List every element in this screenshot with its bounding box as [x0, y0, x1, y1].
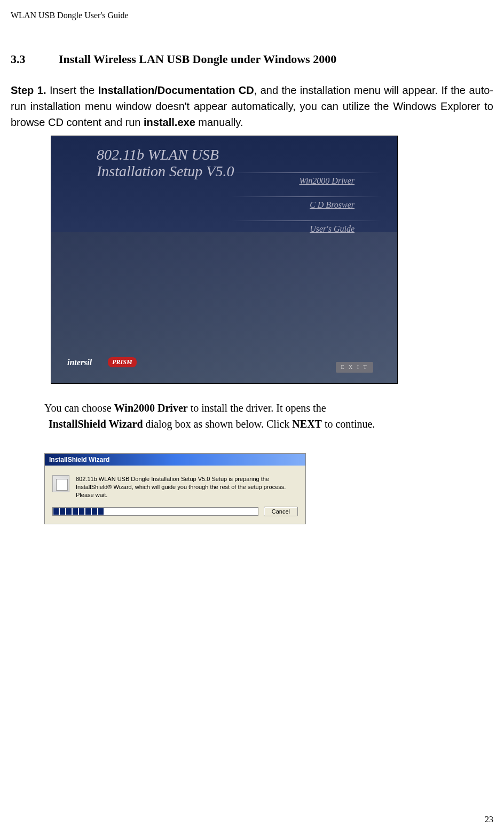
after-line2-bold1: InstallShield Wizard [49, 418, 143, 430]
installer-link-usersguide[interactable]: User's Guide [310, 224, 355, 234]
step-bold-exe: install.exe [144, 116, 195, 128]
section-number: 3.3 [11, 52, 59, 66]
installer-separator [232, 172, 381, 173]
installer-separator [232, 220, 381, 221]
progress-block [66, 508, 72, 515]
after-line1-pre: You can choose [44, 402, 114, 414]
wizard-footer: Cancel [45, 507, 305, 524]
wizard-body: 802.11b WLAN USB Dongle Installation Set… [45, 466, 305, 507]
installer-link-cdbrowser[interactable]: C D Broswer [310, 200, 355, 210]
document-header: WLAN USB Dongle User's Guide [11, 11, 493, 20]
installshield-wizard-dialog: InstallShield Wizard 802.11b WLAN USB Do… [44, 453, 306, 524]
installer-logos: intersil PRISM [67, 357, 137, 367]
progress-block [92, 508, 97, 515]
page-number: 23 [485, 815, 493, 824]
progress-block [53, 508, 59, 515]
step-bold-cd: Installation/Documentation CD [98, 84, 254, 96]
installer-title-line2: Installation Setup V5.0 [97, 163, 234, 179]
after-line1-post: to install the driver. It opens the [188, 402, 326, 414]
after-line2-bold2: NEXT [292, 418, 322, 430]
progress-block [60, 508, 65, 515]
installer-separator [232, 196, 381, 197]
wizard-progress-bar [52, 507, 258, 516]
wizard-body-text: 802.11b WLAN USB Dongle Installation Set… [76, 475, 298, 499]
installer-link-win2000[interactable]: Win2000 Driver [299, 176, 355, 186]
installer-screenshot: 802.11b WLAN USB Installation Setup V5.0… [51, 136, 398, 384]
installer-title-line1: 802.11b WLAN USB [97, 146, 219, 163]
section-heading: 3.3Install Wireless LAN USB Dongle under… [11, 52, 493, 66]
after-line2-post: to continue. [322, 418, 375, 430]
wizard-cancel-button[interactable]: Cancel [264, 507, 298, 516]
after-line1-bold: Win2000 Driver [114, 402, 188, 414]
installer-exit-button[interactable]: E X I T [336, 362, 373, 373]
after-line2-mid: dialog box as shown below. Click [143, 418, 293, 430]
wizard-icon [52, 475, 69, 492]
section-title-text: Install Wireless LAN USB Dongle under Wi… [59, 52, 336, 66]
progress-block [85, 508, 91, 515]
step-text-post: manually. [195, 116, 243, 128]
step-label: Step 1. [11, 84, 46, 96]
step-paragraph: Step 1. Insert the Installation/Document… [11, 82, 493, 130]
installer-title: 802.11b WLAN USB Installation Setup V5.0 [51, 136, 397, 180]
wizard-titlebar: InstallShield Wizard [45, 454, 305, 466]
progress-block [73, 508, 78, 515]
after-image-paragraph: You can choose Win2000 Driver to install… [44, 400, 493, 432]
step-text-pre: Insert the [50, 84, 98, 96]
prism-logo: PRISM [108, 357, 136, 367]
progress-block [79, 508, 84, 515]
progress-block [98, 508, 104, 515]
intersil-logo: intersil [67, 358, 92, 367]
